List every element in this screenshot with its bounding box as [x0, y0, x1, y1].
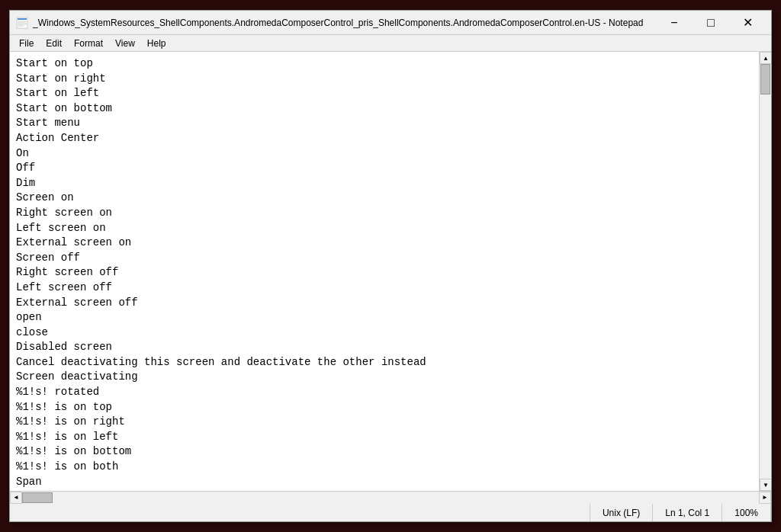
scroll-thumb-horizontal[interactable] [22, 492, 53, 503]
svg-rect-1 [18, 18, 27, 20]
title-bar: _Windows_SystemResources_ShellComponents… [10, 11, 771, 35]
window-controls: − □ ✕ [657, 11, 765, 34]
maximize-button[interactable]: □ [693, 11, 728, 34]
minimize-button[interactable]: − [657, 11, 692, 34]
app-icon [16, 17, 28, 29]
horizontal-scrollbar[interactable]: ◄ ► [10, 491, 771, 503]
scroll-track-horizontal[interactable] [22, 492, 759, 504]
menu-view[interactable]: View [109, 37, 141, 50]
vertical-scrollbar[interactable]: ▲ ▼ [759, 52, 771, 491]
status-bar: Unix (LF) Ln 1, Col 1 100% [10, 503, 771, 521]
status-encoding: Unix (LF) [590, 504, 653, 521]
menu-edit[interactable]: Edit [40, 37, 68, 50]
status-position: Ln 1, Col 1 [653, 504, 722, 521]
scroll-right-button[interactable]: ► [759, 492, 771, 504]
content-area: Start on top Start on right Start on lef… [10, 52, 771, 491]
menu-format[interactable]: Format [68, 37, 109, 50]
text-editor[interactable]: Start on top Start on right Start on lef… [10, 52, 759, 491]
scroll-down-button[interactable]: ▼ [760, 479, 771, 491]
scroll-track-vertical[interactable] [760, 64, 771, 479]
scroll-left-button[interactable]: ◄ [10, 492, 22, 504]
menu-help[interactable]: Help [141, 37, 172, 50]
scroll-thumb-vertical[interactable] [760, 64, 770, 95]
menu-bar: File Edit Format View Help [10, 35, 771, 52]
notepad-window: _Windows_SystemResources_ShellComponents… [9, 10, 772, 522]
close-button[interactable]: ✕ [730, 11, 765, 34]
window-title: _Windows_SystemResources_ShellComponents… [33, 18, 657, 28]
menu-file[interactable]: File [13, 37, 40, 50]
scroll-up-button[interactable]: ▲ [760, 52, 771, 64]
status-zoom: 100% [722, 504, 771, 521]
status-empty [10, 504, 590, 521]
